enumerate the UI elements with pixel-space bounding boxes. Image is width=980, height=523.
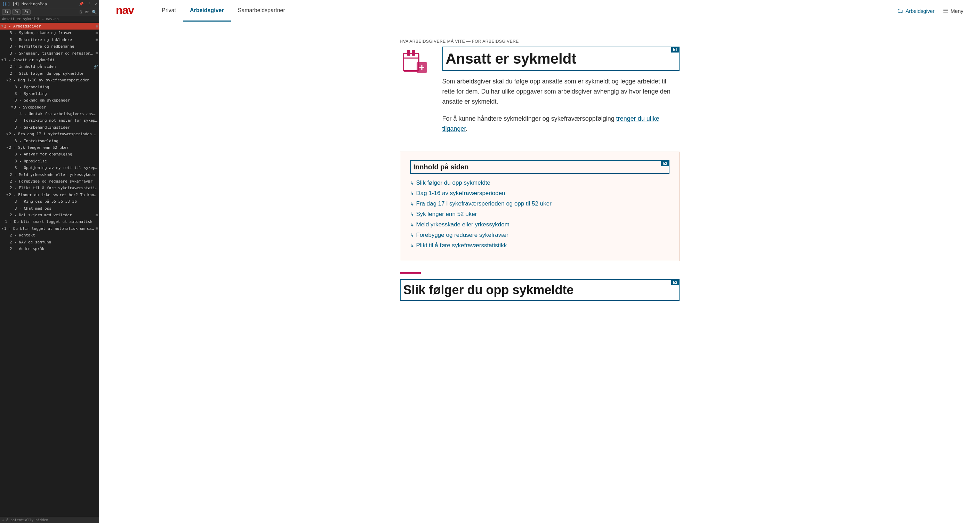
tree-label: 2 - Forebygge og redusere sykefravær — [10, 179, 98, 184]
tree-item[interactable]: 3 - Egenmelding — [0, 84, 99, 91]
tree-label: 2 - Plikt til å føre sykefraværsstatisti… — [10, 185, 98, 191]
toc-link[interactable]: ↳ Slik følger du opp sykmeldte — [410, 180, 670, 186]
tree-label: 3 - Oppsigelse — [14, 159, 98, 164]
tree-item[interactable]: 2 - Innhold på siden 🔗 — [0, 63, 99, 70]
toc-list-item: ↳ Dag 1-16 av sykefraværsperioden — [410, 190, 670, 197]
tree-badge: ⊞ — [95, 213, 98, 218]
toc-link[interactable]: ↳ Meld yrkesskade eller yrkessykdom — [410, 221, 670, 228]
tree-item[interactable]: ▼ 2 - Fra dag 17 i sykefraværsperioden o… — [0, 131, 99, 137]
pin-button[interactable]: 📌 — [79, 2, 84, 6]
toc-arrow-icon: ↳ — [410, 191, 414, 196]
tree-item[interactable]: 3 - Rekruttere og inkludere ⊞ — [0, 37, 99, 43]
main-navigation: Privat Arbeidsgiver Samarbeidspartner — [155, 0, 897, 22]
panel-bracket-icon: [H] — [2, 2, 10, 6]
nav-link-arbeidsgiver[interactable]: Arbeidsgiver — [183, 0, 231, 22]
tree-item[interactable]: ▼ 2 - Dag 1-16 av sykefraværsperioden — [0, 77, 99, 83]
tree-item[interactable]: ▼ 2 - Syk lenger enn 52 uker — [0, 144, 99, 151]
toc-heading-wrapper: Innhold på siden h2 — [410, 160, 670, 174]
tree-label: 3 - Skjemaer, tilganger og refusjoner — [10, 51, 95, 56]
menu-button[interactable]: ☰ Meny — [943, 7, 963, 15]
level2-button[interactable]: 2▾ — [12, 10, 21, 14]
tree-arrow: ▼ — [6, 145, 8, 150]
tree-label: 2 - Innhold på siden — [10, 64, 93, 69]
hero-icon — [400, 47, 431, 78]
toc-arrow-icon: ↳ — [410, 232, 414, 238]
svg-rect-4 — [412, 50, 415, 56]
level3-button[interactable]: 3▾ — [22, 10, 30, 14]
tree-item[interactable]: 2 - Plikt til å føre sykefraværsstatisti… — [0, 184, 99, 191]
tree-arrow: ▼ — [6, 78, 8, 83]
h2-badge-section: h2 — [671, 280, 679, 285]
tree-label: 2 - Meld yrkesskade eller yrkessykdom — [10, 172, 98, 177]
tree-item[interactable]: 3 - Ring oss på 55 55 33 36 — [0, 198, 99, 205]
h1-badge: h1 — [671, 47, 679, 52]
tree-item[interactable]: ▼ 3 - Sykepenger — [0, 104, 99, 111]
tree-label: 2 - Del skjerm med veileder — [10, 213, 95, 218]
tree-label: 3 - Egenmelding — [14, 84, 98, 90]
tree-item[interactable]: 3 - Permittere og nedbemanne — [0, 43, 99, 50]
tree-item[interactable]: 2 - Kontakt — [0, 232, 99, 238]
tree-badge: ⊞ — [95, 51, 98, 56]
tree-label: 3 - Sykdom, skade og fravær — [10, 30, 95, 35]
tree-item[interactable]: 2 - Andre språk — [0, 245, 99, 252]
tree-label: 1 - Ansatt er sykmeldt — [4, 57, 98, 63]
tree-item[interactable]: 4 - Unntak fra arbeidsgivers ansvar — [0, 111, 99, 117]
section-heading-wrapper: Slik følger du opp sykmeldte h2 — [400, 279, 679, 301]
panel-title-bar: [H] [H] HeadingsMap 📌 ⋮ ✕ — [0, 0, 99, 8]
toc-arrow-icon: ↳ — [410, 211, 414, 217]
h2-badge-toc: h2 — [661, 161, 669, 166]
toc-link[interactable]: ↳ Syk lenger enn 52 uker — [410, 211, 670, 218]
tree-label: 2 - Finner du ikke svaret her? Ta kontak… — [9, 192, 98, 197]
header-right: 🗂 Arbeidsgiver ☰ Meny — [897, 7, 963, 15]
toc-arrow-icon: ↳ — [410, 243, 414, 248]
tree-item[interactable]: 3 - Søknad om sykepenger — [0, 97, 99, 103]
toc-list-item: ↳ Plikt til å føre sykefraværsstatistikk — [410, 242, 670, 249]
eye-icon[interactable]: 👁 — [85, 10, 89, 14]
tree-item[interactable]: 3 - Ansvar for oppfølging — [0, 151, 99, 157]
tree-item[interactable]: 3 - Inntektsmelding — [0, 138, 99, 144]
tree-item[interactable]: 3 - Forsikring mot ansvar for sykepenger… — [0, 117, 99, 124]
toc-link[interactable]: ↳ Fra dag 17 i sykefraværsperioden og op… — [410, 200, 670, 207]
tree-item[interactable]: ▼ 1 - Ansatt er sykmeldt — [0, 57, 99, 63]
tree-item[interactable]: 3 - Skjemaer, tilganger og refusjoner ⊞ — [0, 50, 99, 57]
level1-button[interactable]: 1▾ — [2, 10, 11, 14]
toc-link[interactable]: ↳ Plikt til å føre sykefraværsstatistikk — [410, 242, 670, 249]
nav-link-samarbeidspartner[interactable]: Samarbeidspartner — [231, 0, 292, 22]
tree-item[interactable]: ▼ 2 - Arbeidsgiver ⊞ — [0, 23, 99, 30]
intro-paragraph-2: For å kunne håndtere sykmeldinger og syk… — [442, 114, 679, 134]
tree-item[interactable]: ▼ 1 - Du blir logget ut automatisk om ca… — [0, 225, 99, 232]
tree-arrow: ▼ — [6, 192, 8, 197]
toc-link[interactable]: ↳ Dag 1-16 av sykefraværsperioden — [410, 190, 670, 197]
close-button[interactable]: ✕ — [95, 2, 97, 6]
tree-item[interactable]: 2 - Forebygge og redusere sykefravær — [0, 178, 99, 184]
nav-logo[interactable]: nav — [116, 4, 138, 18]
tree-item[interactable]: 1 - Du blir snart logget ut automatisk — [0, 218, 99, 225]
nav-link-privat[interactable]: Privat — [155, 0, 183, 22]
panel-tree[interactable]: ▼ 2 - Arbeidsgiver ⊞3 - Sykdom, skade og… — [0, 22, 99, 517]
copy-icon[interactable]: ⎘ — [80, 10, 82, 14]
tree-item[interactable]: 3 - Chat med oss — [0, 205, 99, 212]
tree-label: 3 - Saksbehandlingstider — [14, 125, 98, 130]
tree-item[interactable]: 3 - Opptjening av ny rett til sykepenger — [0, 164, 99, 171]
toc-link[interactable]: ↳ Forebygge og redusere sykefravær — [410, 232, 670, 238]
header-arbeidsgiver-label: Arbeidsgiver — [905, 8, 934, 14]
nav-header: nav Privat Arbeidsgiver Samarbeidspartne… — [99, 0, 980, 22]
more-button[interactable]: ⋮ — [87, 2, 91, 6]
header-arbeidsgiver-button[interactable]: 🗂 Arbeidsgiver — [897, 7, 934, 14]
tree-item[interactable]: 2 - Meld yrkesskade eller yrkessykdom — [0, 172, 99, 178]
toc-list-item: ↳ Forebygge og redusere sykefravær — [410, 232, 670, 238]
tree-label: 2 - Dag 1-16 av sykefraværsperioden — [9, 78, 98, 83]
tree-item[interactable]: 3 - Sykdom, skade og fravær ⊞ — [0, 30, 99, 36]
tree-item[interactable]: 2 - Slik følger du opp sykmeldte — [0, 70, 99, 77]
tree-label: 3 - Sykmelding — [14, 91, 98, 96]
tree-item[interactable]: 3 - Sykmelding — [0, 91, 99, 97]
search-icon[interactable]: 🔍 — [92, 10, 97, 14]
tree-label: 3 - Ring oss på 55 55 33 36 — [14, 199, 98, 204]
tree-item[interactable]: 3 - Saksbehandlingstider — [0, 124, 99, 131]
tree-item[interactable]: 2 - NAV og samfunn — [0, 239, 99, 245]
tree-item[interactable]: ▼ 2 - Finner du ikke svaret her? Ta kont… — [0, 192, 99, 198]
tree-label: 2 - NAV og samfunn — [10, 240, 98, 245]
hero-section: Ansatt er sykmeldt h1 Som arbeidsgiver s… — [400, 47, 679, 140]
tree-item[interactable]: 2 - Del skjerm med veileder ⊞ — [0, 212, 99, 218]
tree-item[interactable]: 3 - Oppsigelse — [0, 158, 99, 164]
